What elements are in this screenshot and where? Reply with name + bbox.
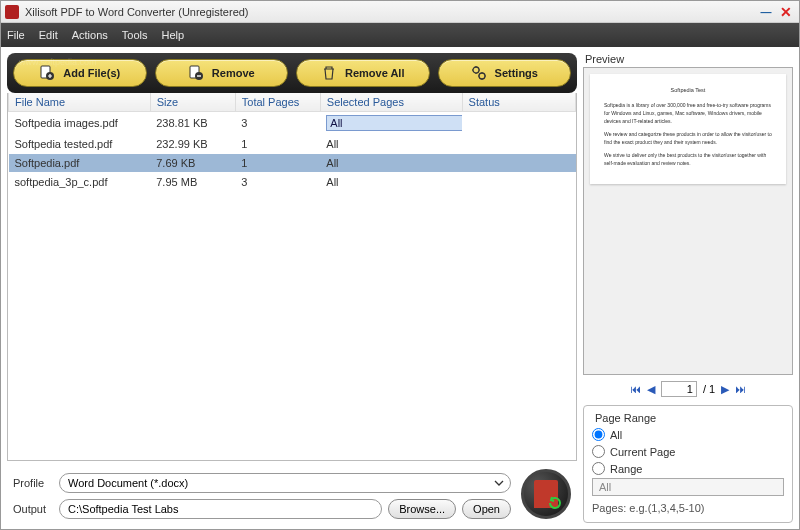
- table-row[interactable]: Softpedia.pdf7.69 KB1All: [9, 154, 576, 173]
- range-current-label: Current Page: [610, 446, 675, 458]
- settings-label: Settings: [495, 67, 538, 79]
- page-range-group: Page Range All Current Page Range Pages:…: [583, 405, 793, 523]
- menu-file[interactable]: File: [7, 29, 25, 41]
- output-path-field[interactable]: C:\Softpedia Test Labs: [59, 499, 382, 519]
- content-area: www.softpedia.com Add File(s) Remove Rem…: [1, 47, 799, 529]
- range-custom-radio[interactable]: [592, 462, 605, 475]
- output-label: Output: [13, 503, 53, 515]
- cell-filename: softpedia_3p_c.pdf: [9, 173, 151, 192]
- page-range-legend: Page Range: [592, 412, 659, 424]
- output-fields: Profile Word Document (*.docx) Output C:…: [13, 473, 511, 519]
- remove-button[interactable]: Remove: [155, 59, 289, 87]
- remove-all-button[interactable]: Remove All: [296, 59, 430, 87]
- preview-paragraph: Softpedia is a library of over 300,000 f…: [604, 101, 772, 125]
- cell-filename: Softpedia tested.pdf: [9, 135, 151, 154]
- open-button[interactable]: Open: [462, 499, 511, 519]
- cell-size: 7.69 KB: [150, 154, 235, 173]
- range-hint: Pages: e.g.(1,3,4,5-10): [592, 502, 784, 514]
- svg-point-5: [479, 73, 485, 79]
- pager-next-icon[interactable]: ▶: [721, 383, 729, 396]
- minimize-button[interactable]: —: [757, 5, 775, 19]
- convert-button[interactable]: [521, 469, 571, 519]
- cell-selectedpages[interactable]: [320, 112, 462, 135]
- remove-label: Remove: [212, 67, 255, 79]
- preview-doc-title: Softpedia Test: [604, 86, 772, 95]
- cell-filename: Softpedia images.pdf: [9, 112, 151, 135]
- cell-size: 7.95 MB: [150, 173, 235, 192]
- col-filename[interactable]: File Name: [9, 93, 151, 112]
- cell-totalpages: 3: [235, 173, 320, 192]
- table-row[interactable]: Softpedia tested.pdf232.99 KB1All: [9, 135, 576, 154]
- cell-size: 232.99 KB: [150, 135, 235, 154]
- window-title: Xilisoft PDF to Word Converter (Unregist…: [25, 6, 755, 18]
- menu-actions[interactable]: Actions: [72, 29, 108, 41]
- left-pane: www.softpedia.com Add File(s) Remove Rem…: [7, 53, 577, 523]
- cell-size: 238.81 KB: [150, 112, 235, 135]
- menu-tools[interactable]: Tools: [122, 29, 148, 41]
- pager-first-icon[interactable]: ⏮: [630, 383, 641, 395]
- range-all-label: All: [610, 429, 622, 441]
- pager-prev-icon[interactable]: ◀: [647, 383, 655, 396]
- table-header-row: File Name Size Total Pages Selected Page…: [9, 93, 576, 112]
- profile-dropdown[interactable]: Word Document (*.docx): [59, 473, 511, 493]
- table-row[interactable]: softpedia_3p_c.pdf7.95 MB3All: [9, 173, 576, 192]
- pager-total: / 1: [703, 383, 715, 395]
- cell-filename: Softpedia.pdf: [9, 154, 151, 173]
- remove-icon: [188, 65, 204, 81]
- pager-current-input[interactable]: [661, 381, 697, 397]
- app-logo-icon: [5, 5, 19, 19]
- menubar: File Edit Actions Tools Help: [1, 23, 799, 47]
- cell-selectedpages[interactable]: All: [320, 135, 462, 154]
- add-files-button[interactable]: Add File(s): [13, 59, 147, 87]
- pager-last-icon[interactable]: ⏭: [735, 383, 746, 395]
- range-all-radio[interactable]: [592, 428, 605, 441]
- col-selectedpages[interactable]: Selected Pages: [320, 93, 462, 112]
- right-pane: Preview Softpedia Test Softpedia is a li…: [583, 53, 793, 523]
- cell-selectedpages[interactable]: All: [320, 173, 462, 192]
- remove-all-label: Remove All: [345, 67, 405, 79]
- cell-status: [462, 135, 575, 154]
- cell-totalpages: 1: [235, 135, 320, 154]
- preview-page: Softpedia Test Softpedia is a library of…: [590, 74, 786, 184]
- chevron-down-icon: [494, 478, 504, 488]
- range-current-radio[interactable]: [592, 445, 605, 458]
- profile-value: Word Document (*.docx): [68, 477, 188, 489]
- cell-status: [462, 173, 575, 192]
- range-custom-label: Range: [610, 463, 642, 475]
- main-window: Xilisoft PDF to Word Converter (Unregist…: [0, 0, 800, 530]
- col-size[interactable]: Size: [150, 93, 235, 112]
- preview-paragraph: We strive to deliver only the best produ…: [604, 151, 772, 167]
- svg-point-4: [473, 67, 479, 73]
- profile-label: Profile: [13, 477, 53, 489]
- bottom-bar: Profile Word Document (*.docx) Output C:…: [7, 461, 577, 523]
- titlebar: Xilisoft PDF to Word Converter (Unregist…: [1, 1, 799, 23]
- cell-totalpages: 3: [235, 112, 320, 135]
- settings-icon: [471, 65, 487, 81]
- preview-box: Softpedia Test Softpedia is a library of…: [583, 67, 793, 375]
- range-input[interactable]: [592, 478, 784, 496]
- preview-paragraph: We review and categorize these products …: [604, 130, 772, 146]
- browse-button[interactable]: Browse...: [388, 499, 456, 519]
- convert-arrow-icon: [548, 496, 562, 510]
- pager: ⏮ ◀ / 1 ▶ ⏭: [583, 375, 793, 403]
- preview-label: Preview: [583, 53, 793, 65]
- col-status[interactable]: Status: [462, 93, 575, 112]
- add-files-label: Add File(s): [63, 67, 120, 79]
- add-file-icon: [39, 65, 55, 81]
- cell-selectedpages[interactable]: All: [320, 154, 462, 173]
- settings-button[interactable]: Settings: [438, 59, 572, 87]
- col-totalpages[interactable]: Total Pages: [235, 93, 320, 112]
- table-row[interactable]: Softpedia images.pdf238.81 KB3: [9, 112, 576, 135]
- close-button[interactable]: ✕: [777, 5, 795, 19]
- toolbar: www.softpedia.com Add File(s) Remove Rem…: [7, 53, 577, 93]
- cell-status: [462, 112, 575, 135]
- selected-pages-input[interactable]: [326, 115, 462, 131]
- menu-help[interactable]: Help: [161, 29, 184, 41]
- file-table: File Name Size Total Pages Selected Page…: [7, 93, 577, 461]
- menu-edit[interactable]: Edit: [39, 29, 58, 41]
- trash-icon: [321, 65, 337, 81]
- cell-totalpages: 1: [235, 154, 320, 173]
- output-value: C:\Softpedia Test Labs: [68, 503, 178, 515]
- cell-status: [462, 154, 575, 173]
